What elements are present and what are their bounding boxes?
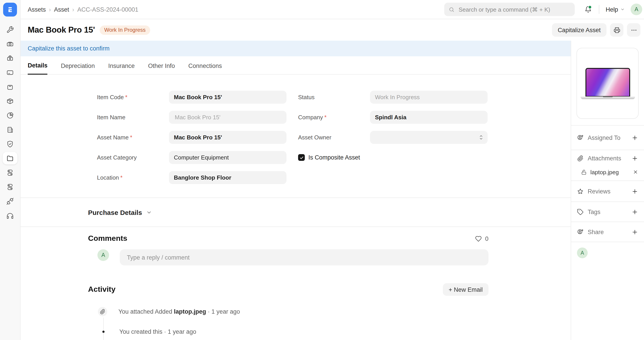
field-status: Status Work In Progress — [298, 91, 488, 104]
tab-depreciation[interactable]: Depreciation — [61, 62, 95, 74]
status-label: Status — [298, 94, 370, 100]
printer-icon — [614, 26, 620, 33]
sidebar-item-payments[interactable] — [0, 37, 20, 51]
company-label: Company* — [298, 114, 370, 121]
search-icon — [449, 6, 454, 12]
sidebar-item-switches-b[interactable] — [0, 180, 20, 194]
tag-icon — [577, 208, 584, 215]
shopping-bag-icon — [6, 83, 14, 90]
item-name-field — [169, 111, 286, 124]
print-button[interactable] — [610, 23, 624, 37]
field-item-name: Item Name — [97, 111, 286, 124]
asset-image-card[interactable] — [576, 48, 639, 119]
add-assignment-button[interactable] — [632, 134, 638, 141]
field-asset-name: Asset Name* Mac Book Pro 15' — [97, 131, 286, 144]
sidebar-item-card[interactable] — [0, 65, 20, 80]
sidebar-item-stock[interactable] — [0, 94, 20, 108]
asset-category-label: Asset Category — [97, 154, 169, 161]
breadcrumb-asset[interactable]: Asset — [54, 6, 69, 13]
search-input[interactable] — [458, 6, 570, 13]
new-email-button[interactable]: + New Email — [443, 283, 488, 296]
logo-icon — [6, 6, 14, 14]
attachment-row: laptop.jpeg — [571, 166, 644, 180]
reviews-section: Reviews — [571, 181, 644, 202]
item-code-label: Item Code* — [97, 94, 169, 100]
sidebar-item-switches-a[interactable] — [0, 165, 20, 180]
location-value[interactable]: Banglore Shop Floor — [169, 171, 286, 184]
ellipsis-icon — [630, 26, 637, 33]
breadcrumb: Assets › Asset › ACC-ASS-2024-00001 — [28, 6, 138, 13]
capitalize-confirm-link[interactable]: Capitalize this asset to confirm — [28, 45, 110, 52]
tab-other-info[interactable]: Other Info — [148, 62, 175, 74]
toggle-switches-icon — [6, 169, 14, 176]
like-button[interactable]: 0 — [475, 235, 488, 242]
timeline-line — [103, 316, 104, 340]
tab-insurance[interactable]: Insurance — [108, 62, 135, 74]
sidebar-item-analytics[interactable] — [0, 108, 20, 122]
notifications-button[interactable] — [584, 6, 592, 13]
topbar-divider — [599, 5, 599, 14]
breadcrumb-separator-icon: › — [72, 6, 74, 13]
global-search[interactable] — [444, 3, 575, 16]
user-avatar[interactable]: A — [630, 4, 642, 15]
asset-image — [582, 68, 632, 99]
like-count: 0 — [485, 235, 488, 242]
add-tag-button[interactable] — [632, 208, 638, 215]
erpnext-logo[interactable] — [3, 3, 17, 16]
breadcrumb-separator-icon: › — [49, 6, 51, 13]
attachment-file-link[interactable]: laptop.jpeg — [590, 169, 619, 175]
timeline-item-attachment: You attached Added laptop.jpeg · 1 year … — [88, 306, 488, 318]
payment-card-icon — [6, 68, 14, 76]
page-header: Mac Book Pro 15' Work In Progress Capita… — [20, 19, 644, 41]
paperclip-icon — [96, 306, 108, 318]
tab-details[interactable]: Details — [28, 62, 48, 74]
main-content: Capitalize this asset to confirm Details… — [20, 41, 571, 340]
panel-divider — [571, 242, 644, 242]
sidebar-item-integrations[interactable] — [0, 194, 20, 208]
comments-header: Comments 0 — [88, 234, 488, 243]
asset-owner-select[interactable] — [370, 131, 488, 144]
capitalize-asset-button[interactable]: Capitalize Asset — [552, 23, 606, 37]
sidebar-item-quality[interactable] — [0, 137, 20, 151]
comment-input[interactable] — [126, 254, 482, 261]
comment-input-wrapper — [120, 249, 488, 266]
sidebar-item-files-active[interactable] — [0, 151, 20, 165]
breadcrumb-assets[interactable]: Assets — [28, 6, 46, 13]
more-menu-button[interactable] — [627, 23, 640, 37]
field-asset-category: Asset Category Computer Equipment — [97, 151, 286, 164]
header-actions: Capitalize Asset — [552, 23, 640, 37]
sidebar-item-frontdesk[interactable] — [0, 51, 20, 65]
purchase-details-section[interactable]: Purchase Details — [20, 198, 571, 226]
share-label: Share — [588, 228, 604, 235]
attachments-section: Attachments — [571, 150, 644, 166]
asset-name-value[interactable]: Mac Book Pro 15' — [169, 131, 286, 144]
item-code-value[interactable]: Mac Book Pro 15' — [169, 91, 286, 104]
form-left-column: Item Code* Mac Book Pro 15' Item Name As… — [97, 91, 286, 184]
remove-attachment-button[interactable] — [633, 169, 638, 175]
folder-icon — [3, 152, 18, 164]
laptop-screen — [585, 68, 630, 96]
help-menu[interactable]: Help — [606, 6, 625, 13]
status-value: Work In Progress — [370, 91, 488, 104]
star-icon — [577, 188, 584, 194]
is-composite-label: Is Composite Asset — [308, 154, 360, 161]
is-composite-checkbox[interactable] — [298, 154, 305, 161]
item-name-input[interactable] — [174, 114, 282, 121]
asset-category-value[interactable]: Computer Equipment — [169, 151, 286, 164]
sidebar-item-shopping[interactable] — [0, 80, 20, 94]
add-review-button[interactable] — [632, 188, 638, 194]
activity-header: Activity + New Email — [88, 283, 488, 296]
field-item-code: Item Code* Mac Book Pro 15' — [97, 91, 286, 104]
field-company: Company* Spindl Asia — [298, 111, 488, 124]
add-attachment-button[interactable] — [632, 155, 638, 162]
tools-icon — [6, 26, 14, 33]
add-share-button[interactable] — [632, 228, 638, 235]
sidebar-item-company[interactable] — [0, 122, 20, 137]
unlock-icon[interactable] — [581, 169, 587, 175]
sidebar-item-tools[interactable] — [0, 22, 20, 37]
tab-connections[interactable]: Connections — [188, 62, 222, 74]
company-value[interactable]: Spindl Asia — [370, 111, 488, 124]
status-badge: Work In Progress — [100, 25, 150, 35]
sidebar-item-support[interactable] — [0, 208, 20, 222]
topbar: Assets › Asset › ACC-ASS-2024-00001 Help… — [20, 0, 644, 19]
